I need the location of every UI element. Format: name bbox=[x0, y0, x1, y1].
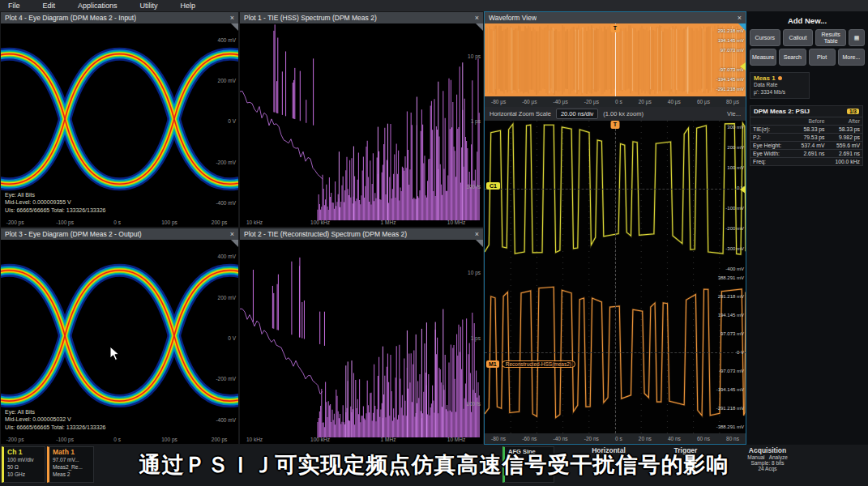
x-tick: -100 ps bbox=[56, 220, 74, 225]
meas1-badge[interactable]: Meas 1 Data Rate µ': 3334 Mb/s bbox=[750, 72, 810, 99]
math1-axis-label: 388.291 mV bbox=[718, 275, 744, 280]
eye-stat-line: Eye: All Bits bbox=[5, 191, 105, 199]
y-tick: -400 mV bbox=[216, 199, 236, 205]
plot1-panel: Plot 1 - TIE (HSS) Spectrum (DPM Meas 2)… bbox=[239, 11, 484, 228]
plot2-close-icon[interactable]: × bbox=[475, 230, 479, 238]
dpm-col-before: Before bbox=[792, 117, 827, 125]
eye-stat-line: Mid-Level: 0.000005032 V bbox=[5, 416, 105, 424]
menu-item-edit[interactable]: Edit bbox=[43, 2, 56, 10]
y-tick: -200 mV bbox=[216, 159, 236, 164]
menu-item-utility[interactable]: Utility bbox=[140, 2, 158, 10]
plot3-resize-corner[interactable] bbox=[231, 240, 238, 247]
plot3-header[interactable]: Plot 3 - Eye Diagram (DPM Meas 2 - Outpu… bbox=[1, 228, 238, 240]
plot4-resize-corner[interactable] bbox=[231, 23, 238, 31]
ch1-axis-label: -100 mV bbox=[725, 206, 744, 211]
dpm-row: Eye Width:2.691 ns2.691 ns bbox=[750, 149, 862, 157]
plot3-title: Plot 3 - Eye Diagram (DPM Meas 2 - Outpu… bbox=[5, 230, 142, 238]
y-tick: 1 ps bbox=[471, 118, 481, 124]
overview-axis-label: 97.073 mV bbox=[720, 48, 744, 53]
time-tick: -60 ns bbox=[522, 436, 537, 441]
add-plot-button[interactable]: Plot bbox=[809, 49, 836, 66]
x-tick: 100 ps bbox=[161, 220, 177, 225]
dpm-before-value: 58.33 ps bbox=[792, 125, 827, 133]
menu-item-file[interactable]: File bbox=[8, 2, 20, 10]
x-tick: 200 ps bbox=[212, 437, 228, 442]
time-tick: 40 µs bbox=[668, 99, 681, 104]
add-measure-button[interactable]: Measure bbox=[750, 49, 776, 66]
add-results-table-button[interactable]: Results Table bbox=[815, 29, 846, 46]
oscilloscope-app: FileEditApplicationsUtilityHelp Plot 4 -… bbox=[0, 0, 868, 486]
eye-stat-line: Eye: All Bits bbox=[5, 408, 105, 416]
y-tick: -400 mV bbox=[216, 416, 236, 422]
zoom-time-axis: -80 ns-60 ns-40 ns-20 ns0 s20 ns40 ns60 … bbox=[485, 433, 746, 444]
plot1-header[interactable]: Plot 1 - TIE (HSS) Spectrum (DPM Meas 2)… bbox=[240, 12, 483, 23]
overview-axis-label: 291.218 mV bbox=[718, 28, 744, 33]
hzoom-label: Horizontal Zoom Scale bbox=[490, 110, 551, 117]
overview-axis-label: -291.218 mV bbox=[716, 87, 744, 92]
add-search-button[interactable]: Search bbox=[779, 49, 806, 66]
time-tick: -40 ns bbox=[554, 436, 568, 441]
y-tick: 400 mV bbox=[218, 254, 236, 259]
math1-source-label: Reconstructed-HSS(meas2) bbox=[502, 360, 575, 368]
hzoom-scale-input[interactable]: 20.00 ns/div bbox=[556, 109, 598, 119]
math1-handle[interactable]: M1 Reconstructed-HSS(meas2) bbox=[486, 360, 575, 368]
x-tick: 10 kHz bbox=[246, 437, 263, 442]
dpm-meas2-badge[interactable]: DPM Meas 2: PSIJ 1/3 BeforeAfterTIE(σ):5… bbox=[750, 105, 863, 166]
time-tick: -80 ns bbox=[491, 436, 506, 441]
add-more--button[interactable]: More... bbox=[838, 49, 865, 66]
meas1-source-dot-icon bbox=[778, 76, 782, 80]
x-tick: -200 ps bbox=[6, 437, 24, 442]
add-new-title: Add New... bbox=[750, 16, 865, 25]
x-tick: -100 ps bbox=[56, 437, 74, 442]
dpm-before-value: 2.691 ns bbox=[792, 149, 827, 157]
overview-axis-label: -194.145 mV bbox=[716, 77, 744, 82]
time-tick: -60 µs bbox=[522, 99, 537, 104]
ch1-handle[interactable]: C1 bbox=[486, 182, 500, 190]
plot1-spectrum bbox=[240, 23, 483, 227]
x-tick: 0 s bbox=[113, 437, 121, 442]
x-tick: 10 kHz bbox=[246, 220, 263, 225]
plot4-close-icon[interactable]: × bbox=[230, 14, 234, 22]
plot4-panel: Plot 4 - Eye Diagram (DPM Meas 2 - Input… bbox=[0, 11, 239, 228]
hzoom-view-button[interactable]: Vie... bbox=[727, 110, 741, 117]
trigger-marker[interactable]: T bbox=[611, 24, 620, 32]
waveform-view-header[interactable]: Waveform View × bbox=[485, 12, 746, 23]
waveform-overview[interactable]: T 291.218 mV194.145 mV97.073 mV-97.073 m… bbox=[485, 23, 746, 96]
overview-level-arrow[interactable] bbox=[740, 62, 746, 70]
ch1-trigger-level-arrow[interactable] bbox=[740, 185, 746, 194]
math1-chip[interactable]: M1 bbox=[486, 360, 499, 368]
plot1-title: Plot 1 - TIE (HSS) Spectrum (DPM Meas 2) bbox=[244, 14, 377, 22]
dpm-page-badge[interactable]: 1/3 bbox=[847, 109, 859, 114]
zoom-waveform-area[interactable]: T C1 M1 Reconstructed-HSS(meas2) 300 mV2… bbox=[485, 121, 746, 433]
table-grid-icon[interactable]: ▦ bbox=[849, 29, 865, 46]
plot1-body: 10 ps1 ps100 fs10 kHz100 kHz1 MHz10 MHz bbox=[240, 23, 483, 227]
mouse-cursor bbox=[109, 346, 120, 361]
meas1-mean: µ': 3334 Mb/s bbox=[754, 89, 806, 96]
plot2-body: 10 ps1 ps100 fs10 kHz100 kHz1 MHz10 MHz bbox=[240, 240, 483, 444]
add-cursors-button[interactable]: Cursors bbox=[750, 29, 780, 46]
plot1-close-icon[interactable]: × bbox=[475, 14, 479, 22]
plot3-close-icon[interactable]: × bbox=[230, 230, 234, 238]
menu-item-help[interactable]: Help bbox=[181, 2, 196, 10]
math1-axis-label: -97.073 mV bbox=[719, 369, 744, 373]
add-callout-button[interactable]: Callout bbox=[783, 29, 814, 46]
menu-item-applications[interactable]: Applications bbox=[78, 2, 118, 10]
ch1-axis-label: 300 mV bbox=[727, 125, 744, 130]
y-tick: 400 mV bbox=[218, 37, 236, 43]
plot2-resize-corner[interactable] bbox=[476, 240, 483, 247]
plot4-header[interactable]: Plot 4 - Eye Diagram (DPM Meas 2 - Input… bbox=[1, 12, 238, 23]
math1-axis-label: -291.218 mV bbox=[716, 406, 744, 411]
x-tick: 10 MHz bbox=[447, 437, 465, 442]
math1-axis-label: -194.145 mV bbox=[716, 387, 744, 392]
plot2-header[interactable]: Plot 2 - TIE (Reconstructed) Spectrum (D… bbox=[240, 228, 483, 240]
zoom-trigger-marker[interactable]: T bbox=[611, 121, 620, 129]
eye-stat-line: UIs: 66665/66665 Total: 133326/133326 bbox=[5, 207, 105, 215]
waveform-view-close-icon[interactable]: × bbox=[738, 14, 742, 22]
dpm-results-table: BeforeAfterTIE(σ):58.33 ps58.33 psPJ:79.… bbox=[750, 117, 862, 165]
plot4-eye-stats: Eye: All BitsMid-Level: 0.000009355 VUIs… bbox=[5, 191, 105, 215]
results-sidebar: Add New... CursorsCalloutResults Table▦ … bbox=[746, 11, 868, 445]
menu-bar: FileEditApplicationsUtilityHelp bbox=[0, 0, 868, 11]
time-tick: -20 µs bbox=[584, 99, 599, 104]
dpm-after-value: 58.33 ps bbox=[827, 125, 862, 133]
plot1-resize-corner[interactable] bbox=[476, 23, 483, 31]
